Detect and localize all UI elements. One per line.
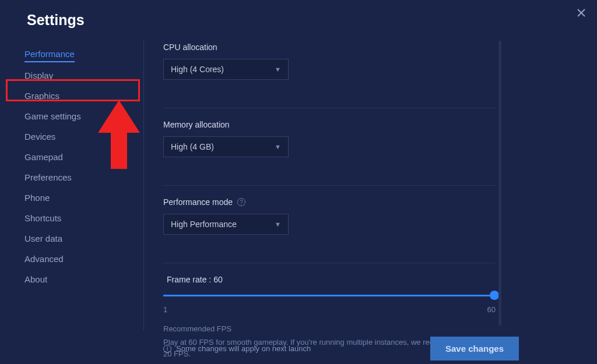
- dropdown-value: High (4 Cores): [171, 65, 224, 74]
- sidebar-item-label: User data: [24, 234, 62, 243]
- slider-min: 1: [163, 305, 167, 314]
- close-button[interactable]: [574, 6, 588, 20]
- sidebar-item-display[interactable]: Display: [24, 65, 141, 86]
- sidebar-item-about[interactable]: About: [24, 269, 141, 289]
- help-icon[interactable]: ?: [237, 198, 245, 206]
- save-changes-button[interactable]: Save changes: [430, 337, 519, 361]
- sidebar-item-label: Devices: [24, 132, 55, 142]
- cpu-allocation-label: CPU allocation: [163, 43, 496, 52]
- sidebar-item-graphics[interactable]: Graphics: [24, 86, 141, 106]
- dropdown-value: High (4 GB): [171, 142, 214, 151]
- sidebar-item-phone[interactable]: Phone: [24, 188, 141, 208]
- info-icon: i: [163, 345, 171, 353]
- chevron-down-icon: ▼: [275, 66, 281, 73]
- sidebar-item-performance[interactable]: Performance: [24, 44, 75, 62]
- memory-allocation-dropdown[interactable]: High (4 GB) ▼: [163, 136, 289, 157]
- dropdown-value: High Performance: [171, 220, 237, 229]
- sidebar-item-preferences[interactable]: Preferences: [24, 167, 141, 188]
- footer-note: i Some changes will apply on next launch: [163, 344, 311, 353]
- sidebar-item-label: Phone: [24, 193, 50, 203]
- chevron-down-icon: ▼: [275, 221, 281, 228]
- sidebar-item-label: Shortcuts: [24, 213, 61, 223]
- sidebar: Performance Display Graphics Game settin…: [24, 44, 141, 289]
- sidebar-item-label: About: [24, 274, 47, 284]
- sidebar-item-label: Advanced: [24, 254, 64, 264]
- sidebar-item-label: Performance: [24, 49, 75, 59]
- close-icon: [577, 8, 586, 17]
- sidebar-item-gamepad[interactable]: Gamepad: [24, 147, 141, 167]
- sidebar-item-label: Display: [24, 70, 53, 80]
- performance-mode-dropdown[interactable]: High Performance ▼: [163, 214, 289, 235]
- sidebar-divider: [143, 40, 144, 331]
- sidebar-item-label: Game settings: [24, 111, 81, 121]
- sidebar-item-advanced[interactable]: Advanced: [24, 249, 141, 269]
- page-title: Settings: [27, 12, 85, 29]
- performance-mode-label: Performance mode ?: [163, 197, 496, 207]
- slider-max: 60: [487, 305, 496, 314]
- chevron-down-icon: ▼: [275, 143, 281, 150]
- sidebar-item-user-data[interactable]: User data: [24, 228, 141, 249]
- slider-track: [163, 295, 496, 296]
- cpu-allocation-dropdown[interactable]: High (4 Cores) ▼: [163, 59, 289, 80]
- sidebar-item-label: Gamepad: [24, 152, 63, 162]
- slider-scale: 1 60: [163, 305, 496, 314]
- sidebar-item-shortcuts[interactable]: Shortcuts: [24, 208, 141, 228]
- sidebar-item-game-settings[interactable]: Game settings: [24, 106, 141, 126]
- footer: i Some changes will apply on next launch…: [163, 337, 519, 361]
- scrollbar[interactable]: [498, 41, 501, 326]
- frame-rate-slider[interactable]: [163, 290, 496, 302]
- sidebar-item-devices[interactable]: Devices: [24, 126, 141, 147]
- content-panel: CPU allocation High (4 Cores) ▼ Memory a…: [163, 43, 496, 364]
- slider-thumb[interactable]: [490, 291, 499, 300]
- recommended-fps-title: Recommended FPS: [163, 324, 496, 333]
- memory-allocation-label: Memory allocation: [163, 120, 496, 129]
- frame-rate-label: Frame rate : 60: [163, 275, 496, 284]
- sidebar-item-label: Preferences: [24, 172, 72, 182]
- sidebar-item-label: Graphics: [24, 91, 59, 101]
